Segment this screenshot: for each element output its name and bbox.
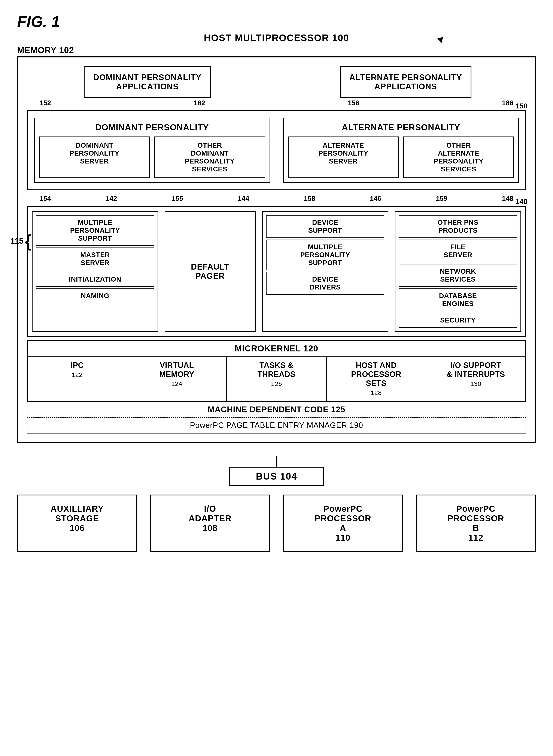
ref-186: 186 — [502, 99, 514, 107]
microkernel-cells: IPC 122 VIRTUAL MEMORY 124 TASKS & THREA… — [28, 357, 525, 401]
top-apps-row: DOMINANT PERSONALITY APPLICATIONS ALTERN… — [27, 66, 526, 98]
mid-refs-row: 154 142 155 144 158 146 159 148 — [27, 195, 526, 203]
alternate-app-col: ALTERNATE PERSONALITY APPLICATIONS — [285, 66, 527, 98]
ref-156: 156 — [348, 99, 359, 107]
dominant-personality-title: DOMINANT PERSONALITY — [39, 123, 265, 132]
ref-115: 115 — [10, 236, 23, 246]
top-refs-row: 152 182 156 186 — [27, 99, 526, 107]
multiple-personality-support-2: MULTIPLE PERSONALITY SUPPORT — [266, 239, 384, 270]
dominant-app-box: DOMINANT PERSONALITY APPLICATIONS — [84, 66, 211, 98]
brace-115: { — [25, 232, 31, 250]
dominant-personality-half: DOMINANT PERSONALITY DOMINANT PERSONALIT… — [34, 118, 270, 183]
microkernel-title: MICROKERNEL 120 — [28, 341, 525, 357]
ref-142: 142 — [106, 195, 117, 203]
tasks-threads-cell: TASKS & THREADS 126 — [227, 357, 327, 401]
powerpc-b-box: PowerPC PROCESSOR B 112 — [416, 495, 536, 552]
ref-115-group: 115 { — [10, 232, 31, 250]
kernel-inner-row: MULTIPLE PERSONALITY SUPPORT MASTER SERV… — [28, 207, 525, 336]
ref-144: 144 — [238, 195, 249, 203]
initialization: INITIALIZATION — [36, 272, 154, 287]
powerpc-a-box: PowerPC PROCESSOR A 110 — [283, 495, 403, 552]
database-engines: DATABASE ENGINES — [399, 288, 517, 311]
ref-148: 148 — [502, 195, 514, 203]
ref-155: 155 — [172, 195, 183, 203]
personality-outer-box: 150 DOMINANT PERSONALITY DOMINANT PERSON… — [27, 110, 526, 190]
other-alternate-box: OTHER ALTERNATE PERSONALITY SERVICES — [403, 137, 514, 178]
dominant-app-col: DOMINANT PERSONALITY APPLICATIONS — [27, 66, 268, 98]
alternate-app-box: ALTERNATE PERSONALITY APPLICATIONS — [340, 66, 471, 98]
powerpc-manager: PowerPC PAGE TABLE ENTRY MANAGER 190 — [27, 418, 526, 433]
device-support: DEVICE SUPPORT — [266, 215, 384, 238]
file-server: FILE SERVER — [399, 239, 517, 262]
other-dominant-box: OTHER DOMINANT PERSONALITY SERVICES — [154, 137, 265, 178]
kernel-section: 140 115 { MULTIPLE PERSONALITY SUPPORT M… — [27, 206, 526, 337]
ipc-cell: IPC 122 — [28, 357, 128, 401]
bus-box: BUS 104 — [229, 467, 324, 486]
bottom-components-row: AUXILLIARY STORAGE 106 I/O ADAPTER 108 P… — [17, 495, 536, 552]
device-col: DEVICE SUPPORT MULTIPLE PERSONALITY SUPP… — [262, 211, 388, 332]
ref-150: 150 — [515, 102, 528, 110]
ref-182: 182 — [194, 99, 205, 107]
auxiliary-storage-box: AUXILLIARY STORAGE 106 — [17, 495, 137, 552]
ref-140: 140 — [515, 197, 528, 206]
ref-152: 152 — [40, 99, 51, 107]
ref-158: 158 — [304, 195, 315, 203]
network-services: NETWORK SERVICES — [399, 264, 517, 287]
io-support-cell: I/O SUPPORT & INTERRUPTS 130 — [426, 357, 525, 401]
alternate-server-box: ALTERNATE PERSONALITY SERVER — [288, 137, 399, 178]
alternate-personality-title: ALTERNATE PERSONALITY — [288, 123, 514, 132]
master-server: MASTER SERVER — [36, 248, 154, 270]
ref-154: 154 — [40, 195, 51, 203]
default-pager-col: DEFAULT PAGER — [165, 211, 256, 332]
virtual-memory-cell: VIRTUAL MEMORY 124 — [128, 357, 227, 401]
device-drivers: DEVICE DRIVERS — [266, 272, 384, 295]
machine-dependent: MACHINE DEPENDENT CODE 125 — [27, 402, 526, 418]
multiple-personality-support: MULTIPLE PERSONALITY SUPPORT — [36, 215, 154, 246]
bus-connector: BUS 104 — [17, 456, 536, 486]
outer-memory-box: DOMINANT PERSONALITY APPLICATIONS ALTERN… — [17, 56, 536, 443]
fig-title: FIG. 1 — [17, 13, 536, 30]
io-adapter-box: I/O ADAPTER 108 — [150, 495, 270, 552]
other-pns: OTHER PNS PRODUCTS — [399, 215, 517, 238]
dominant-services-row: DOMINANT PERSONALITY SERVER OTHER DOMINA… — [39, 137, 265, 178]
microkernel-section: MICROKERNEL 120 IPC 122 VIRTUAL MEMORY 1… — [27, 340, 526, 402]
alternate-services-row: ALTERNATE PERSONALITY SERVER OTHER ALTER… — [288, 137, 514, 178]
kernel-col-1: MULTIPLE PERSONALITY SUPPORT MASTER SERV… — [32, 211, 158, 332]
host-label: HOST MULTIPROCESSOR 100 — [17, 32, 536, 43]
host-processor-cell: HOST AND PROCESSOR SETS 128 — [327, 357, 426, 401]
alternate-personality-half: ALTERNATE PERSONALITY ALTERNATE PERSONAL… — [283, 118, 519, 183]
personality-row: DOMINANT PERSONALITY DOMINANT PERSONALIT… — [34, 118, 519, 183]
bus-line-top — [276, 456, 277, 467]
ref-159: 159 — [436, 195, 447, 203]
memory-label: MEMORY 102 — [17, 46, 536, 55]
pns-col: OTHER PNS PRODUCTS FILE SERVER NETWORK S… — [395, 211, 521, 332]
naming: NAMING — [36, 288, 154, 303]
dominant-server-box: DOMINANT PERSONALITY SERVER — [39, 137, 150, 178]
security: SECURITY — [399, 313, 517, 328]
ref-146: 146 — [370, 195, 381, 203]
